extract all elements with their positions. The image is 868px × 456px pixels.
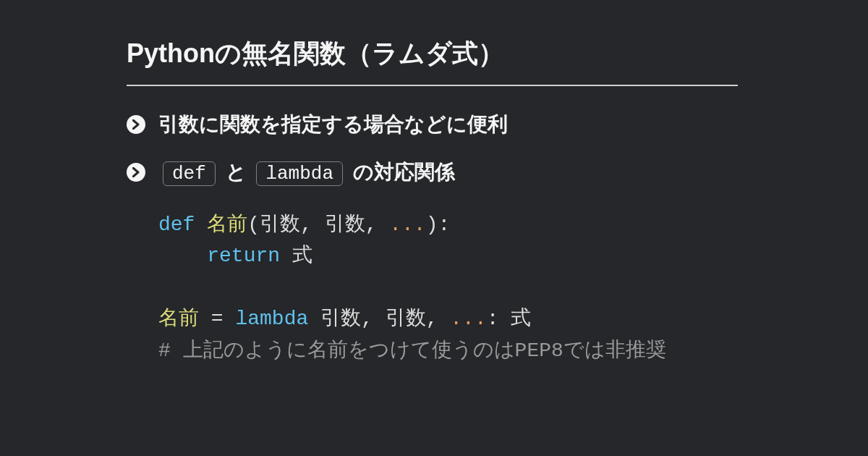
inline-code-def: def (163, 161, 216, 186)
param: 引数 (325, 214, 365, 236)
bullet-mid-text: と (226, 161, 247, 183)
equals: = (211, 308, 236, 330)
code-line: 名前 = lambda 引数, 引数, ...: 式 (158, 303, 738, 334)
code-line: # 上記のように名前をつけて使うのはPEP8では非推奨 (158, 335, 738, 366)
paren-open: ( (247, 214, 260, 236)
chevron-right-icon (127, 115, 145, 134)
colon: : (487, 308, 511, 330)
comment: # 上記のように名前をつけて使うのはPEP8では非推奨 (158, 339, 666, 362)
bullet-list: 引数に関数を指定する場合などに便利 def と lambda の対応関係 (127, 111, 738, 186)
expression: 式 (280, 245, 312, 267)
comma: , (426, 308, 451, 330)
variable-name: 名前 (158, 308, 211, 330)
keyword-lambda: lambda (235, 308, 308, 330)
bullet-suffix-text: の対応関係 (353, 161, 455, 183)
page-title: Pythonの無名関数（ラムダ式） (127, 36, 738, 86)
comma: , (300, 214, 325, 236)
bullet-text: def と lambda の対応関係 (158, 159, 455, 186)
param: 引数 (320, 308, 361, 330)
paren-close-colon: ): (426, 214, 451, 236)
comma: , (361, 308, 386, 330)
bullet-item: def と lambda の対応関係 (127, 159, 738, 186)
code-line: def 名前(引数, 引数, ...): (158, 209, 738, 240)
inline-code-lambda: lambda (256, 161, 343, 186)
param: 引数 (260, 214, 300, 236)
expression: 式 (511, 308, 531, 330)
bullet-text: 引数に関数を指定する場合などに便利 (158, 111, 508, 138)
ellipsis: ... (450, 308, 486, 330)
code-block: def 名前(引数, 引数, ...): return 式 名前 = lambd… (158, 209, 738, 366)
param: 引数 (386, 308, 426, 330)
indent (158, 245, 207, 267)
ellipsis: ... (389, 214, 425, 236)
space (308, 308, 320, 330)
blank-line (158, 272, 738, 303)
bullet-item: 引数に関数を指定する場合などに便利 (127, 111, 738, 138)
function-name: 名前 (195, 214, 247, 236)
code-line: return 式 (158, 240, 738, 271)
keyword-return: return (207, 245, 280, 267)
comma: , (365, 214, 390, 236)
chevron-right-icon (127, 163, 145, 182)
keyword-def: def (158, 214, 195, 236)
